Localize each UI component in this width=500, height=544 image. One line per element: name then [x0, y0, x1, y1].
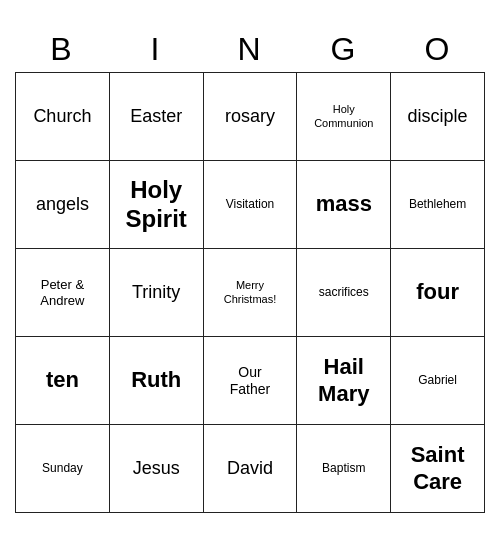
header-letter: I	[109, 31, 203, 68]
bingo-cell: Trinity	[110, 249, 204, 337]
bingo-cell: Church	[16, 73, 110, 161]
bingo-cell: Ruth	[110, 337, 204, 425]
bingo-cell: four	[391, 249, 485, 337]
bingo-cell: HolyCommunion	[297, 73, 391, 161]
bingo-cell: Jesus	[110, 425, 204, 513]
bingo-cell: David	[204, 425, 298, 513]
bingo-card: BINGO ChurchEasterrosaryHolyCommuniondis…	[15, 31, 485, 513]
bingo-cell: Peter &Andrew	[16, 249, 110, 337]
bingo-cell: mass	[297, 161, 391, 249]
bingo-cell: Gabriel	[391, 337, 485, 425]
header-letter: B	[15, 31, 109, 68]
bingo-header: BINGO	[15, 31, 485, 68]
bingo-cell: ten	[16, 337, 110, 425]
bingo-cell: Sunday	[16, 425, 110, 513]
bingo-cell: Bethlehem	[391, 161, 485, 249]
bingo-cell: rosary	[204, 73, 298, 161]
bingo-cell: Baptism	[297, 425, 391, 513]
bingo-cell: sacrifices	[297, 249, 391, 337]
bingo-cell: HolySpirit	[110, 161, 204, 249]
bingo-cell: OurFather	[204, 337, 298, 425]
bingo-cell: disciple	[391, 73, 485, 161]
bingo-cell: Visitation	[204, 161, 298, 249]
bingo-cell: HailMary	[297, 337, 391, 425]
bingo-cell: MerryChristmas!	[204, 249, 298, 337]
bingo-cell: angels	[16, 161, 110, 249]
bingo-cell: SaintCare	[391, 425, 485, 513]
header-letter: O	[391, 31, 485, 68]
header-letter: G	[297, 31, 391, 68]
bingo-cell: Easter	[110, 73, 204, 161]
header-letter: N	[203, 31, 297, 68]
bingo-grid: ChurchEasterrosaryHolyCommuniondisciplea…	[15, 72, 485, 513]
